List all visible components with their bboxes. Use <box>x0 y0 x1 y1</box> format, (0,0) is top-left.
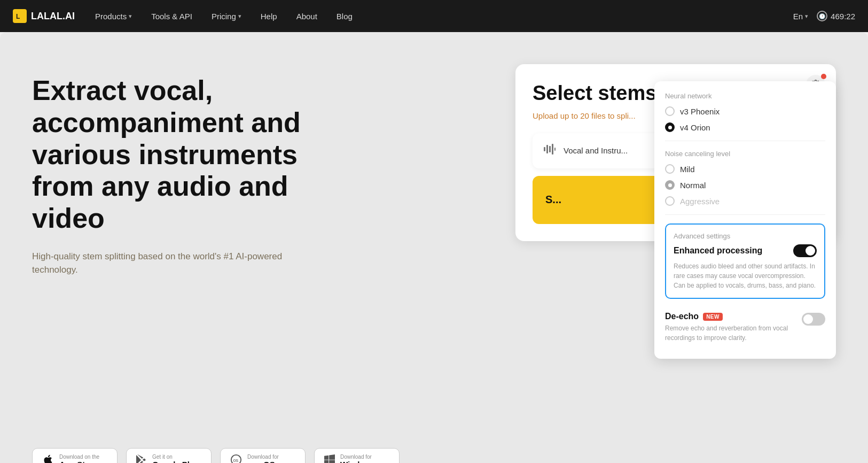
macos-icon: os <box>230 454 242 463</box>
windows-icon <box>324 454 335 463</box>
apple-icon <box>42 454 54 463</box>
radio-aggressive-label: Aggressive <box>680 197 720 206</box>
svg-rect-5 <box>544 147 545 151</box>
nav-tools-api[interactable]: Tools & API <box>144 7 200 25</box>
svg-text:L: L <box>16 13 20 20</box>
language-selector[interactable]: En ▾ <box>793 12 808 21</box>
nav-right: En ▾ 🕐 469:22 <box>793 11 855 21</box>
neural-network-label: Neural network <box>665 92 825 100</box>
google-play-button[interactable]: Get it on Google Play <box>126 448 212 463</box>
radio-normal-circle <box>665 180 675 190</box>
divider-2 <box>665 214 825 215</box>
radio-v4-circle <box>665 122 675 132</box>
google-play-text: Get it on Google Play <box>152 454 199 463</box>
lang-chevron-icon: ▾ <box>805 13 808 20</box>
radio-v4-label: v4 Orion <box>680 123 710 132</box>
nav-help[interactable]: Help <box>253 7 285 25</box>
logo-text: LALAL.AI <box>31 11 75 22</box>
yellow-card-text: S... <box>545 194 561 206</box>
pricing-chevron-icon: ▾ <box>238 13 241 20</box>
new-badge: NEW <box>703 313 723 321</box>
svg-rect-8 <box>552 144 553 155</box>
radio-aggressive-circle <box>665 196 675 206</box>
svg-rect-6 <box>546 145 548 153</box>
macos-button[interactable]: os Download for macOS <box>220 448 306 463</box>
svg-text:os: os <box>233 458 239 463</box>
radio-v3-label: v3 Phoenix <box>680 107 720 116</box>
divider-1 <box>665 141 825 141</box>
logo[interactable]: L LALAL.AI <box>13 9 75 23</box>
windows-text: Download for Windows <box>340 454 376 463</box>
radio-mild-label: Mild <box>680 165 695 174</box>
waveform-icon <box>543 143 556 159</box>
radio-v4-orion[interactable]: v4 Orion <box>665 122 825 132</box>
products-chevron-icon: ▾ <box>129 13 132 20</box>
enhanced-processing-title: Enhanced processing <box>674 246 762 256</box>
app-store-text: Download on the App Store <box>59 454 99 463</box>
enhanced-processing-row: Enhanced processing <box>674 244 817 257</box>
google-play-icon <box>136 454 147 463</box>
svg-rect-7 <box>549 146 551 152</box>
enhanced-processing-desc: Reduces audio bleed and other sound arti… <box>674 261 817 290</box>
deecho-left: De-echo NEW Remove echo and reverberatio… <box>665 312 795 343</box>
settings-dropdown: Neural network v3 Phoenix v4 Orion Noise… <box>654 81 836 359</box>
enhanced-processing-toggle[interactable] <box>793 244 817 257</box>
deecho-desc: Remove echo and reverberation from vocal… <box>665 323 795 343</box>
right-panel: Select stems & choose file Upload up to … <box>515 64 836 463</box>
radio-normal[interactable]: Normal <box>665 180 825 190</box>
advanced-label: Advanced settings <box>674 232 817 240</box>
radio-mild-circle <box>665 164 675 174</box>
notification-dot <box>821 74 826 79</box>
deecho-row: De-echo NEW Remove echo and reverberatio… <box>665 306 825 348</box>
main-card: Select stems & choose file Upload up to … <box>515 64 836 241</box>
radio-normal-label: Normal <box>680 181 706 190</box>
svg-rect-9 <box>554 148 556 151</box>
clock-icon: 🕐 <box>817 11 827 21</box>
timer-display: 🕐 469:22 <box>817 11 855 21</box>
radio-v3-circle <box>665 106 675 116</box>
nav-about[interactable]: About <box>289 7 325 25</box>
windows-button[interactable]: Download for Windows <box>314 448 400 463</box>
left-panel: Extract vocal, accompaniment and various… <box>32 64 494 463</box>
download-buttons: Download on the App Store Get it on Goog… <box>32 448 494 463</box>
radio-aggressive[interactable]: Aggressive <box>665 196 825 206</box>
navbar: L LALAL.AI Products ▾ Tools & API Pricin… <box>0 0 868 32</box>
nav-pricing[interactable]: Pricing ▾ <box>204 7 249 25</box>
logo-icon: L <box>13 9 27 23</box>
radio-mild[interactable]: Mild <box>665 164 825 174</box>
nav-products[interactable]: Products ▾ <box>88 7 139 25</box>
deecho-title: De-echo <box>665 312 699 321</box>
main-area: Extract vocal, accompaniment and various… <box>0 32 868 463</box>
noise-section: Noise canceling level Mild Normal Aggres… <box>665 150 825 206</box>
vocal-card-text: Vocal and Instru... <box>564 146 628 155</box>
deecho-title-row: De-echo NEW <box>665 312 795 321</box>
radio-v3-phoenix[interactable]: v3 Phoenix <box>665 106 825 116</box>
nav-blog[interactable]: Blog <box>329 7 360 25</box>
deecho-toggle[interactable] <box>802 313 825 326</box>
advanced-settings-box: Advanced settings Enhanced processing Re… <box>665 223 825 299</box>
hero-subtitle: High-quality stem splitting based on the… <box>32 250 299 277</box>
noise-label: Noise canceling level <box>665 150 825 158</box>
app-store-button[interactable]: Download on the App Store <box>32 448 118 463</box>
hero-title: Extract vocal, accompaniment and various… <box>32 75 353 235</box>
macos-text: Download for macOS <box>247 454 279 463</box>
